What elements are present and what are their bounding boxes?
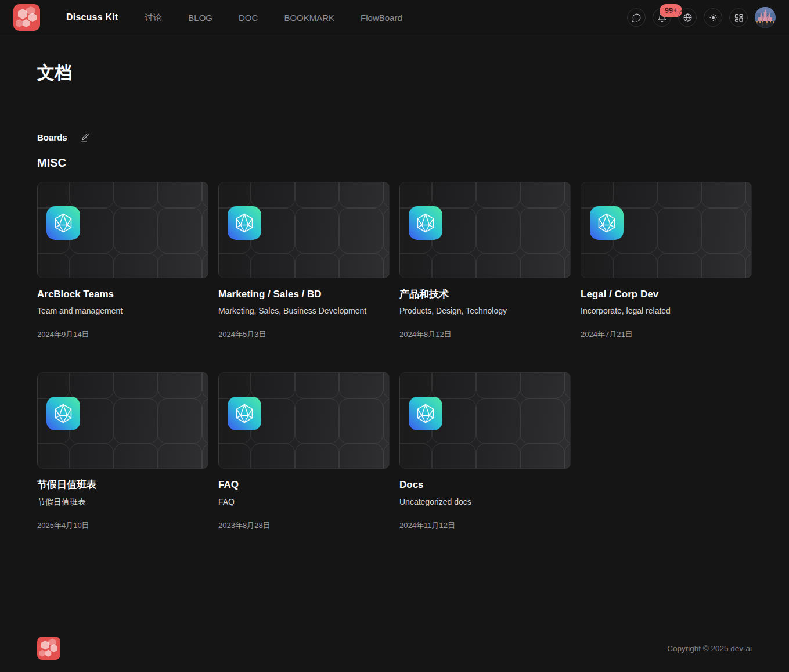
board-card-title: 节假日值班表 [37,479,208,491]
board-card-cover [399,182,571,278]
board-card-description: Team and management [37,306,208,316]
board-card-title: ArcBlock Teams [37,288,208,300]
board-card-title: FAQ [218,479,390,491]
board-card-cover [218,372,390,469]
board-card-docs[interactable]: Docs Uncategorized docs 2024年11月12日 [399,372,571,530]
board-card-date: 2024年11月12日 [399,520,571,531]
board-card-title: 产品和技术 [399,288,571,300]
avatar-castle-image [755,7,776,28]
board-card-date: 2023年8月28日 [218,520,390,531]
brand-title[interactable]: Discuss Kit [66,12,118,23]
board-cube-icon [228,206,261,240]
chat-bubble-icon [632,13,642,23]
edit-boards-button[interactable] [80,132,90,142]
nav-item-flowboard[interactable]: FlowBoard [361,13,402,23]
copyright-text: Copyright © 2025 dev-ai [667,644,752,653]
user-avatar[interactable] [755,7,776,28]
board-card-title: Docs [399,479,571,491]
board-card-description: Incorporate, legal related [581,306,752,316]
language-button[interactable] [678,8,697,27]
page-footer: Copyright © 2025 dev-ai [0,637,789,672]
board-card-description: FAQ [218,497,390,507]
board-card-cover [399,372,571,469]
board-card-date: 2024年5月3日 [218,329,390,340]
board-card-date: 2024年8月12日 [399,329,571,340]
nav-item-doc[interactable]: DOC [239,13,258,23]
board-card-title: Legal / Corp Dev [581,288,752,300]
board-card-faq[interactable]: FAQ FAQ 2023年8月28日 [218,372,390,530]
board-card-date: 2024年9月14日 [37,329,208,340]
board-card-cover [581,182,752,278]
board-cube-icon [590,206,624,240]
board-card-description: Marketing, Sales, Business Development [218,306,390,316]
board-card-cover [37,372,208,469]
dashboard-grid-icon [734,13,744,23]
boards-toolbar: Boards [37,132,752,142]
board-cube-icon [46,397,80,430]
sun-brightness-icon [708,13,718,23]
board-card-title: Marketing / Sales / BD [218,288,390,300]
footer-logo-icon[interactable] [37,637,60,660]
board-card-marketing-sales-bd[interactable]: Marketing / Sales / BD Marketing, Sales,… [218,182,390,340]
board-card-arcblock-teams[interactable]: ArcBlock Teams Team and management 2024年… [37,182,208,340]
board-card-date: 2025年4月10日 [37,520,208,531]
main-content: 文档 Boards MISC ArcBlock Teams Team and m… [0,35,789,637]
theme-toggle-button[interactable] [704,8,722,27]
page-title: 文档 [37,61,752,85]
nav-item-blog[interactable]: BLOG [188,13,212,23]
main-nav: 讨论 BLOG DOC BOOKMARK FlowBoard [145,12,402,23]
globe-icon [683,13,693,23]
board-card-date: 2024年7月21日 [581,329,752,340]
nav-item-discuss[interactable]: 讨论 [145,12,162,23]
section-title-misc: MISC [37,156,752,170]
apps-launcher-button[interactable] [729,8,748,27]
board-card-description: Uncategorized docs [399,497,571,507]
board-card-cover [37,182,208,278]
topbar-actions: 99+ [627,7,776,28]
board-cube-icon [46,206,80,240]
pencil-edit-icon [80,132,90,142]
board-card-holiday-schedule[interactable]: 节假日值班表 节假日值班表 2025年4月10日 [37,372,208,530]
board-card-legal-corp-dev[interactable]: Legal / Corp Dev Incorporate, legal rela… [581,182,752,340]
nav-item-bookmark[interactable]: BOOKMARK [284,13,334,23]
notifications-button[interactable]: 99+ [653,8,671,27]
board-cube-icon [228,397,261,430]
boards-grid: ArcBlock Teams Team and management 2024年… [37,182,752,531]
board-cube-icon [409,397,442,430]
board-card-cover [218,182,390,278]
top-navigation-bar: Discuss Kit 讨论 BLOG DOC BOOKMARK FlowBoa… [0,0,789,35]
chat-button[interactable] [627,8,646,27]
board-cube-icon [409,206,442,240]
boards-label: Boards [37,132,67,142]
board-card-product-tech[interactable]: 产品和技术 Products, Design, Technology 2024年… [399,182,571,340]
app-logo-icon[interactable] [13,4,40,31]
board-card-description: Products, Design, Technology [399,306,571,316]
board-card-description: 节假日值班表 [37,497,208,507]
